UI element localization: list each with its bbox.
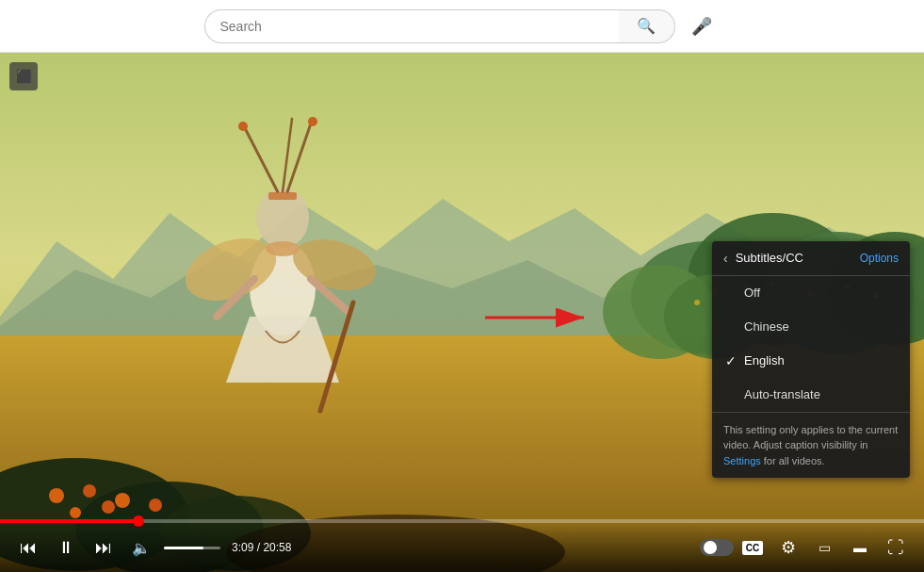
cc-menu-footer: This setting only applies to the current…	[712, 412, 910, 479]
search-button[interactable]: 🔍	[619, 9, 675, 43]
skip-back-icon: ⏮	[20, 538, 37, 558]
svg-point-33	[238, 122, 248, 131]
check-auto	[725, 387, 744, 402]
search-icon: 🔍	[637, 17, 656, 35]
svg-point-10	[694, 300, 700, 305]
volume-bar[interactable]	[164, 547, 220, 549]
video-player: ⬛ ‹ Subtitles/CC Options Off Chinese ✓ E…	[0, 53, 924, 572]
check-chinese	[725, 319, 744, 335]
time-display: 3:09 / 20:58	[232, 541, 291, 554]
svg-point-23	[149, 498, 162, 512]
pause-icon: ⏸	[57, 538, 74, 558]
cc-item-auto-label: Auto-translate	[744, 387, 820, 401]
search-input[interactable]	[204, 9, 619, 43]
svg-point-25	[102, 500, 115, 514]
corner-overlay: ⬛	[9, 62, 38, 90]
cc-menu-item-auto-translate[interactable]: Auto-translate	[712, 378, 910, 412]
top-bar: 🔍 🎤	[0, 0, 924, 53]
miniplayer-icon: ▭	[819, 540, 831, 555]
volume-filled	[164, 547, 203, 549]
autoplay-toggle[interactable]	[700, 539, 734, 556]
settings-icon: ⚙	[781, 537, 796, 558]
svg-rect-40	[268, 192, 297, 200]
cc-button[interactable]: CC	[736, 531, 770, 564]
theater-icon: ▬	[853, 540, 867, 555]
red-arrow	[480, 302, 603, 338]
svg-point-34	[308, 117, 317, 126]
cc-menu-header: ‹ Subtitles/CC Options	[712, 241, 910, 276]
cc-menu-title: Subtitles/CC	[736, 251, 803, 265]
right-controls: CC ⚙ ▭ ▬ ⛶	[700, 531, 913, 564]
play-pause-button[interactable]: ⏸	[49, 531, 83, 564]
time-current: 3:09	[232, 541, 253, 554]
svg-point-24	[70, 507, 81, 518]
fullscreen-button[interactable]: ⛶	[879, 531, 913, 564]
mic-icon: 🎤	[691, 16, 712, 37]
cc-menu-item-chinese[interactable]: Chinese	[712, 310, 910, 344]
volume-icon: 🔈	[132, 539, 151, 557]
svg-point-21	[83, 484, 96, 498]
skip-back-button[interactable]: ⏮	[11, 531, 45, 564]
check-off	[725, 286, 744, 301]
settings-button[interactable]: ⚙	[771, 531, 805, 564]
svg-point-22	[115, 493, 130, 508]
cc-subtitles-menu: ‹ Subtitles/CC Options Off Chinese ✓ Eng…	[712, 241, 910, 479]
check-english: ✓	[725, 353, 744, 368]
skip-forward-icon: ⏭	[95, 538, 112, 558]
cc-item-off-label: Off	[744, 286, 760, 300]
cc-badge: CC	[742, 541, 763, 555]
settings-link[interactable]: Settings	[723, 455, 761, 466]
svg-point-20	[49, 488, 64, 503]
skip-forward-button[interactable]: ⏭	[87, 531, 121, 564]
options-link[interactable]: Options	[860, 252, 899, 265]
theater-button[interactable]: ▬	[843, 531, 877, 564]
toggle-dot	[704, 541, 717, 554]
svg-point-41	[266, 241, 300, 256]
controls-bar: ⏮ ⏸ ⏭ 🔈 3:09 / 20:58 CC ⚙	[0, 523, 924, 572]
mic-button[interactable]: 🎤	[683, 8, 721, 45]
cc-item-chinese-label: Chinese	[744, 319, 789, 334]
footer-text2: for all videos.	[761, 455, 825, 466]
cc-item-english-label: English	[744, 353, 785, 368]
fullscreen-icon: ⛶	[887, 538, 904, 558]
corner-icon: ⬛	[16, 69, 32, 84]
time-total: 20:58	[263, 541, 291, 554]
back-button[interactable]: ‹	[723, 251, 728, 266]
footer-text: This setting only applies to the current…	[723, 424, 898, 451]
volume-button[interactable]: 🔈	[124, 531, 158, 564]
miniplayer-button[interactable]: ▭	[807, 531, 841, 564]
cc-menu-item-english[interactable]: ✓ English	[712, 344, 910, 378]
cc-menu-item-off[interactable]: Off	[712, 276, 910, 310]
